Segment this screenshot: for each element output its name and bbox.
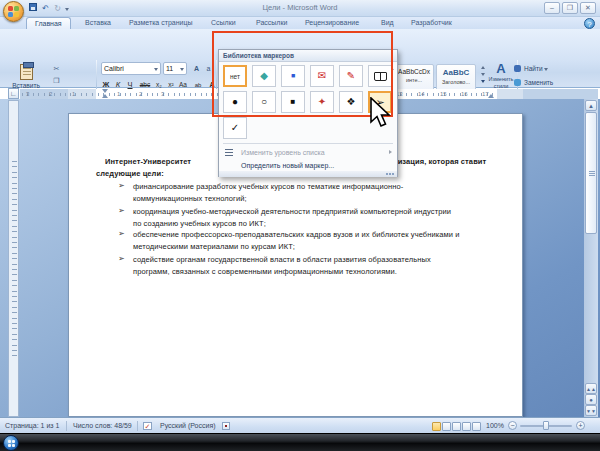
submenu-arrow-icon: [389, 150, 392, 154]
change-list-level-item[interactable]: Изменить уровень списка: [219, 146, 397, 159]
copy-icon[interactable]: ❐: [50, 75, 63, 86]
styles-gallery-scroll[interactable]: [479, 65, 487, 87]
bullet-blue-square-cell[interactable]: ■: [281, 65, 305, 87]
doc-line: программ, связанных с современными инфор…: [133, 267, 397, 276]
zoom-slider-thumb[interactable]: [543, 421, 549, 430]
find-icon: [514, 65, 521, 72]
view-fullscreen-icon[interactable]: [442, 422, 451, 431]
tab-home[interactable]: Главная: [26, 17, 71, 29]
language-indicator[interactable]: Русский (Россия): [160, 418, 216, 434]
macro-record-icon[interactable]: [222, 422, 230, 430]
zoom-out-button[interactable]: −: [508, 421, 517, 430]
doc-line: коммуникационных технологий;: [133, 194, 247, 203]
bullet-none-label: нет: [230, 73, 240, 80]
window-title: Цели - Microsoft Word: [0, 3, 600, 12]
ruler-number: 1: [72, 91, 75, 97]
vertical-scrollbar[interactable]: ▲ ▲▲ ● ▼▼: [584, 99, 598, 417]
shrink-font-button[interactable]: а: [202, 63, 215, 74]
right-indent-marker[interactable]: [488, 94, 494, 98]
bullet-filled-square-cell[interactable]: ■: [281, 91, 305, 113]
doc-heading-right: низация, которая ставит: [393, 157, 486, 166]
doc-line: методическими материалами по курсам ИКТ;: [133, 242, 295, 251]
dropdown-resize-grip[interactable]: [219, 171, 397, 177]
style-chip-heading1[interactable]: AaBbC Заголово...: [436, 64, 476, 91]
next-page-icon[interactable]: ▼▼: [585, 405, 597, 416]
bullet-checkmark-cell[interactable]: ✓: [223, 117, 247, 139]
list-bullet-arrow-icon: ➢: [118, 229, 125, 238]
bullet-pen-cell[interactable]: ✎: [339, 65, 363, 87]
zoom-level[interactable]: 100%: [486, 418, 504, 434]
style-label: инте...: [395, 77, 433, 83]
view-outline-icon[interactable]: [462, 422, 471, 431]
replace-label: Заменить: [524, 79, 553, 86]
minimize-button[interactable]: –: [544, 2, 560, 14]
tab-review[interactable]: Рецензирование: [297, 17, 367, 29]
list-bullet-arrow-icon: ➢: [118, 206, 125, 215]
ruler-number: 15: [440, 91, 447, 97]
tab-view[interactable]: Вид: [373, 17, 402, 29]
scrollbar-thumb[interactable]: [585, 112, 597, 234]
view-web-layout-icon[interactable]: [452, 422, 461, 431]
replace-icon: [514, 79, 521, 86]
scroll-up-icon[interactable]: ▲: [585, 100, 597, 111]
restore-button[interactable]: ❐: [562, 2, 578, 14]
font-size-select[interactable]: 11: [163, 62, 187, 75]
first-line-indent-marker[interactable]: [102, 89, 108, 93]
start-button[interactable]: [3, 435, 19, 451]
doc-line: по созданию учебных курсов по ИКТ;: [133, 219, 266, 228]
dropdown-title: Библиотека маркеров: [219, 50, 397, 62]
font-family-select[interactable]: Calibri: [101, 62, 161, 75]
bullet-diamond-cell[interactable]: ◆: [252, 65, 276, 87]
word-window: ↶ ↻ Цели - Microsoft Word – ❐ ✕ Главная …: [0, 0, 600, 451]
hanging-indent-marker[interactable]: [102, 94, 108, 98]
bullet-none-cell[interactable]: нет: [223, 65, 247, 87]
doc-line: финансирование разработок учебных курсов…: [133, 182, 403, 191]
doc-line: координация учебно-методической деятельн…: [133, 207, 451, 216]
cut-icon[interactable]: ✂: [50, 63, 63, 74]
tab-page-layout[interactable]: Разметка страницы: [121, 17, 201, 29]
list-bullet-arrow-icon: ➢: [118, 254, 125, 263]
status-bar: Страница: 1 из 1 Число слов: 48/59 ✓ Рус…: [0, 417, 600, 433]
office-button[interactable]: [3, 1, 24, 22]
tab-developer[interactable]: Разработчик: [403, 17, 460, 29]
word-count[interactable]: Число слов: 48/59: [73, 418, 132, 434]
bullet-star-cell[interactable]: ✦: [310, 91, 334, 113]
taskbar: ❖ e ИНТ... In Th... Прои... Лекц... Жур.…: [0, 433, 600, 451]
change-styles-label: Изменить стили: [488, 76, 514, 89]
change-list-level-label: Изменить уровень списка: [241, 149, 325, 156]
ruler-number: 1: [117, 91, 120, 97]
ribbon-tab-row: Главная Вставка Разметка страницы Ссылки…: [0, 17, 600, 29]
bullet-filled-circle-cell[interactable]: ●: [223, 91, 247, 113]
bullet-book-cell[interactable]: [368, 65, 392, 87]
tab-references[interactable]: Ссылки: [203, 17, 244, 29]
replace-button[interactable]: Заменить: [514, 77, 553, 89]
bullet-envelope-cell[interactable]: ✉: [310, 65, 334, 87]
spellcheck-icon[interactable]: ✓: [143, 422, 152, 430]
close-button[interactable]: ✕: [580, 2, 596, 14]
bullet-arrow-cell[interactable]: ➢: [368, 91, 392, 113]
doc-heading-left: Интернет-Университет: [105, 157, 191, 166]
view-print-layout-icon[interactable]: [432, 422, 441, 431]
bullet-diamond-cluster-cell[interactable]: ❖: [339, 91, 363, 113]
previous-page-icon[interactable]: ▲▲: [585, 383, 597, 394]
style-preview: AaBbC: [437, 68, 475, 77]
ruler-number: 3: [26, 91, 29, 97]
tab-selector-button[interactable]: ∟: [8, 88, 19, 99]
tab-insert[interactable]: Вставка: [77, 17, 119, 29]
style-preview: AaBbCcDx: [395, 68, 433, 75]
page-count[interactable]: Страница: 1 из 1: [5, 418, 59, 434]
define-new-bullet-label: Определить новый маркер...: [241, 162, 334, 169]
bullet-hollow-circle-cell[interactable]: ○: [252, 91, 276, 113]
font-size-value: 11: [166, 65, 173, 72]
help-icon[interactable]: ?: [584, 18, 595, 29]
tab-mailings[interactable]: Рассылки: [248, 17, 295, 29]
find-button[interactable]: Найти: [514, 63, 548, 75]
select-browse-object-icon[interactable]: ●: [585, 394, 597, 405]
zoom-in-button[interactable]: +: [576, 421, 585, 430]
doc-heading-line2: следующие цели:: [96, 169, 164, 178]
view-draft-icon[interactable]: [472, 422, 481, 431]
style-chip-no-spacing[interactable]: AaBbCcDx инте...: [394, 64, 434, 91]
vertical-ruler[interactable]: [8, 100, 19, 417]
bullet-library-dropdown: Библиотека маркеров нет ◆ ■ ✉ ✎ ● ○ ■ ✦ …: [218, 49, 398, 177]
ruler-number: 16: [461, 91, 468, 97]
